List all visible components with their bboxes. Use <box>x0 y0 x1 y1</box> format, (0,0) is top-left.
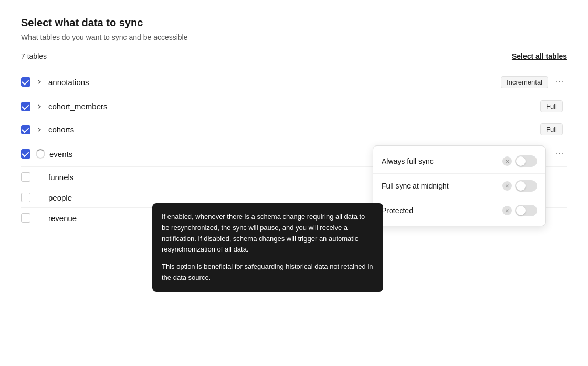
table-name-cohorts: cohorts <box>48 125 540 134</box>
tooltip-paragraph-2: This option is beneficial for safeguardi… <box>162 262 374 284</box>
toggle-x-1[interactable]: ✕ <box>502 181 512 191</box>
toggle-x-0[interactable]: ✕ <box>502 156 512 166</box>
tooltip-paragraph-1: If enabled, whenever there is a schema c… <box>162 212 374 255</box>
dropdown-item-0: Always full sync✕ <box>373 149 545 174</box>
toggle-wrapper-2: ✕ <box>502 205 537 216</box>
table-row-cohorts: cohortsFull <box>21 118 567 141</box>
checkbox-annotations[interactable] <box>21 77 30 87</box>
checkbox-cohorts[interactable] <box>21 125 30 134</box>
checkbox-cohort_members[interactable] <box>21 102 30 111</box>
table-row-cohort_members: cohort_membersFull <box>21 95 567 118</box>
table-count-row: 7 tables Select all tables <box>21 52 567 60</box>
dropdown-panel-events: Always full sync✕Full sync at midnight✕P… <box>373 145 546 226</box>
checkbox-funnels[interactable] <box>21 172 30 182</box>
toggle-wrapper-0: ✕ <box>502 155 537 167</box>
table-name-annotations: annotations <box>48 78 501 87</box>
page-title: Select what data to sync <box>21 17 567 29</box>
toggle-2[interactable] <box>515 205 537 216</box>
table-row-annotations: annotationsIncremental··· <box>21 69 567 95</box>
checkbox-revenue[interactable] <box>21 213 30 223</box>
sync-badge-cohort_members: Full <box>540 100 563 112</box>
table-name-cohort_members: cohort_members <box>48 102 540 111</box>
chevron-annotations[interactable] <box>36 78 44 86</box>
page-subtitle: What tables do you want to sync and be a… <box>21 33 567 41</box>
chevron-cohort_members[interactable] <box>36 102 44 111</box>
tooltip-protected: If enabled, whenever there is a schema c… <box>152 203 383 292</box>
sync-badge-annotations: Incremental <box>501 76 548 88</box>
toggle-x-2[interactable]: ✕ <box>502 206 512 215</box>
toggle-wrapper-1: ✕ <box>502 180 537 192</box>
select-all-link[interactable]: Select all tables <box>512 52 567 60</box>
checkbox-people[interactable] <box>21 193 30 202</box>
dropdown-item-label-2: Protected <box>382 206 413 215</box>
dropdown-item-label-1: Full sync at midnight <box>382 182 449 190</box>
chevron-cohorts[interactable] <box>36 126 44 134</box>
toggle-1[interactable] <box>515 180 537 192</box>
dropdown-item-1: Full sync at midnight✕ <box>373 174 545 198</box>
dots-menu-annotations[interactable]: ··· <box>552 75 567 89</box>
dropdown-item-label-0: Always full sync <box>382 157 434 165</box>
spinner-events <box>36 149 45 159</box>
checkbox-events[interactable] <box>21 149 30 159</box>
dropdown-item-2: Protected✕ <box>373 198 545 223</box>
tables-list: annotationsIncremental···cohort_membersF… <box>21 69 567 228</box>
table-count: 7 tables <box>21 52 47 60</box>
sync-badge-cohorts: Full <box>540 123 563 135</box>
table-row-events: events···Always full sync✕Full sync at m… <box>21 141 567 167</box>
dots-menu-events[interactable]: ··· <box>552 147 567 161</box>
toggle-0[interactable] <box>515 155 537 167</box>
